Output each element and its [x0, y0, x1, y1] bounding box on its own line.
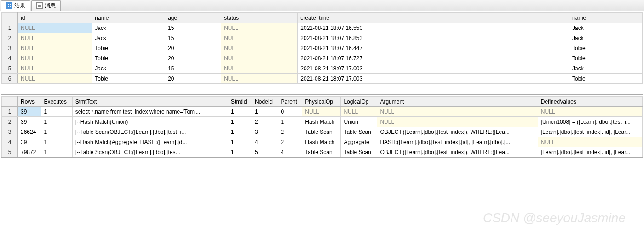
cell[interactable]: 1 [252, 107, 278, 117]
cell[interactable]: NULL [18, 63, 92, 74]
cell[interactable]: [Learn].[dbo].[test_index].[id], [Lear..… [538, 147, 642, 157]
cell[interactable]: [Learn].[dbo].[test_index].[id], [Lear..… [538, 127, 642, 137]
row-number[interactable]: 6 [2, 74, 18, 84]
cell[interactable]: NULL [302, 107, 341, 117]
cell[interactable]: NULL [377, 117, 538, 127]
cell[interactable]: |--Hash Match(Aggregate, HASH:([Learn].[… [72, 137, 228, 147]
cell[interactable]: 39 [18, 107, 41, 117]
col-parent[interactable]: Parent [278, 97, 302, 107]
table-row[interactable]: 2391 |--Hash Match(Union)121Hash MatchUn… [2, 117, 643, 127]
cell[interactable]: 1 [228, 147, 252, 157]
table-row[interactable]: 5NULLJack15NULL2021-08-21 18:07:17.003Ja… [2, 63, 643, 74]
cell[interactable]: 3 [252, 127, 278, 137]
cell[interactable]: NULL [221, 74, 298, 84]
cell[interactable]: NULL [18, 53, 92, 63]
cell[interactable]: 2 [278, 137, 302, 147]
cell[interactable]: 15 [165, 33, 221, 43]
table-row[interactable]: 6NULLTobie20NULL2021-08-21 18:07:17.003T… [2, 74, 643, 84]
results-grid-2[interactable]: Rows Executes StmtText StmtId NodeId Par… [1, 96, 643, 157]
cell[interactable]: 1 [228, 117, 252, 127]
cell[interactable]: Tobie [92, 53, 165, 63]
cell[interactable]: 2021-08-21 18:07:16.727 [298, 53, 569, 63]
cell[interactable]: 2021-08-21 18:07:16.550 [298, 23, 569, 33]
table-row[interactable]: 4NULLTobie20NULL2021-08-21 18:07:16.727T… [2, 53, 643, 63]
cell[interactable]: Tobie [569, 43, 643, 53]
row-number[interactable]: 2 [2, 117, 18, 127]
row-number[interactable]: 1 [2, 23, 18, 33]
cell[interactable]: 0 [278, 107, 302, 117]
cell[interactable]: Tobie [92, 74, 165, 84]
cell[interactable]: 5 [252, 147, 278, 157]
col-id[interactable]: id [18, 13, 92, 23]
col-argument[interactable]: Argument [377, 97, 538, 107]
cell[interactable]: [Union1008] = ([Learn].[dbo].[test_i... [538, 117, 642, 127]
cell[interactable]: 1 [278, 117, 302, 127]
col-definedvalues[interactable]: DefinedValues [538, 97, 642, 107]
cell[interactable]: OBJECT:([Learn].[dbo].[test_index]), WHE… [377, 147, 538, 157]
col-age[interactable]: age [165, 13, 221, 23]
cell[interactable]: Jack [569, 63, 643, 74]
col-physicalop[interactable]: PhysicalOp [302, 97, 341, 107]
cell[interactable]: 1 [41, 107, 72, 117]
cell[interactable]: 15 [165, 23, 221, 33]
cell[interactable]: 20 [165, 53, 221, 63]
col-status[interactable]: status [221, 13, 298, 23]
cell[interactable]: 2021-08-21 18:07:16.447 [298, 43, 569, 53]
cell[interactable]: |--Table Scan(OBJECT:([Learn].[dbo].[tes… [72, 127, 228, 137]
col-executes[interactable]: Executes [41, 97, 72, 107]
col-name2[interactable]: name [569, 13, 643, 23]
cell[interactable]: Hash Match [302, 137, 341, 147]
corner-cell[interactable] [2, 13, 18, 23]
cell[interactable]: select *,name from test_index where name… [72, 107, 228, 117]
col-name[interactable]: name [92, 13, 165, 23]
cell[interactable]: HASH:([Learn].[dbo].[test_index].[id], [… [377, 137, 538, 147]
row-number[interactable]: 4 [2, 137, 18, 147]
cell[interactable]: NULL [377, 107, 538, 117]
cell[interactable]: 4 [252, 137, 278, 147]
cell[interactable]: 2021-08-21 18:07:17.003 [298, 63, 569, 74]
cell[interactable]: OBJECT:([Learn].[dbo].[test_index]), WHE… [377, 127, 538, 137]
cell[interactable]: Table Scan [341, 147, 377, 157]
table-row[interactable]: 3NULLTobie20NULL2021-08-21 18:07:16.447T… [2, 43, 643, 53]
cell[interactable]: Aggregate [341, 137, 377, 147]
cell[interactable]: Jack [92, 33, 165, 43]
cell[interactable]: Tobie [569, 74, 643, 84]
col-logicalop[interactable]: LogicalOp [341, 97, 377, 107]
cell[interactable]: NULL [221, 43, 298, 53]
cell[interactable]: |--Table Scan(OBJECT:([Learn].[dbo].[tes… [72, 147, 228, 157]
row-number[interactable]: 3 [2, 127, 18, 137]
cell[interactable]: 15 [165, 63, 221, 74]
table-row[interactable]: 5798721 |--Table Scan(OBJECT:([Learn].[d… [2, 147, 643, 157]
cell[interactable]: NULL [538, 107, 642, 117]
cell[interactable]: 1 [41, 127, 72, 137]
col-create-time[interactable]: create_time [298, 13, 569, 23]
cell[interactable]: 20 [165, 43, 221, 53]
col-rows[interactable]: Rows [18, 97, 41, 107]
cell[interactable]: 1 [41, 117, 72, 127]
cell[interactable]: NULL [221, 53, 298, 63]
cell[interactable]: 2021-08-21 18:07:16.853 [298, 33, 569, 43]
cell[interactable]: Jack [569, 33, 643, 43]
table-row[interactable]: 2NULLJack15NULL2021-08-21 18:07:16.853Ja… [2, 33, 643, 43]
cell[interactable]: |--Hash Match(Union) [72, 117, 228, 127]
table-row[interactable]: 1391select *,name from test_index where … [2, 107, 643, 117]
cell[interactable]: NULL [221, 23, 298, 33]
cell[interactable]: 39 [18, 117, 41, 127]
cell[interactable]: Jack [569, 23, 643, 33]
cell[interactable]: Union [341, 117, 377, 127]
col-stmtid[interactable]: StmtId [228, 97, 252, 107]
row-number[interactable]: 4 [2, 53, 18, 63]
table-row[interactable]: 1NULLJack15NULL2021-08-21 18:07:16.550Ja… [2, 23, 643, 33]
cell[interactable]: NULL [18, 43, 92, 53]
corner-cell-2[interactable] [2, 97, 18, 107]
cell[interactable]: 26624 [18, 127, 41, 137]
cell[interactable]: NULL [18, 33, 92, 43]
cell[interactable]: 1 [228, 107, 252, 117]
cell[interactable]: 2 [278, 127, 302, 137]
cell[interactable]: 1 [41, 137, 72, 147]
row-number[interactable]: 5 [2, 147, 18, 157]
cell[interactable]: Tobie [569, 53, 643, 63]
cell[interactable]: NULL [341, 107, 377, 117]
table-row[interactable]: 3266241 |--Table Scan(OBJECT:([Learn].[d… [2, 127, 643, 137]
cell[interactable]: Jack [92, 63, 165, 74]
